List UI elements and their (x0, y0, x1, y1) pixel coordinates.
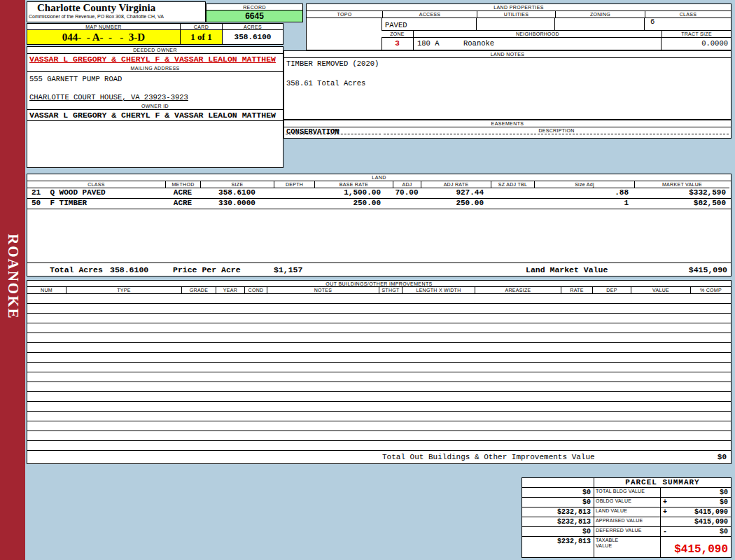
acres-box: ACRES 358.6100 (222, 23, 284, 45)
county-title: Charlotte County Virginia (27, 2, 205, 14)
divider (554, 18, 555, 31)
outbuilding-empty-row (27, 392, 731, 402)
easements-header-row: TYPE DESCRIPTION (284, 127, 731, 139)
outbuilding-empty-row (27, 314, 731, 323)
property-record-card: ROANOKE Charlotte County Virginia Commis… (0, 0, 735, 560)
topo-label: TOPO (307, 11, 382, 18)
zone-header-row: ZONE NEIGHBORHOOD TRACT SIZE (382, 30, 731, 38)
easement-description-label: DESCRIPTION (382, 127, 731, 134)
mailing-address-label: MAILING ADDRESS (27, 65, 283, 72)
access-label: ACCESS (382, 11, 477, 18)
out-buildings-total-value: $0 (718, 453, 727, 461)
summary-value: $0 (720, 498, 728, 507)
tract-size-label: TRACT SIZE (662, 30, 731, 38)
summary-row: $232,813 APPRAISED VALUE $415,090 (522, 517, 731, 526)
outbuilding-empty-row (27, 353, 731, 363)
summary-label: OBLDG VALUE (594, 498, 660, 507)
land-column-header: BASE RATE (314, 181, 393, 188)
land-column-header: ADJ RATE (421, 181, 491, 188)
owner-id-value: VASSAR L GREGORY & CHERYL F & VASSAR LEA… (29, 111, 276, 120)
land-properties-title: LAND PROPERTIES (307, 4, 731, 11)
summary-op: + (663, 507, 667, 517)
land-table-title: LAND (27, 174, 731, 181)
land-table: LAND CLASS METHOD SIZE DEPTH BASE RATE A… (27, 174, 732, 276)
map-number-box: MAP NUMBER 044- - A- - - 3-D (27, 23, 181, 45)
summary-value: $0 (720, 527, 728, 536)
prior-value: $0 (522, 527, 594, 536)
land-cell-method: ACRE (165, 188, 200, 198)
outbuilding-empty-row (27, 421, 731, 431)
prior-value: $0 (522, 498, 594, 507)
ob-column-header: VALUE (631, 287, 690, 294)
card-value: 1 of 1 (180, 29, 223, 45)
ob-column-header: NUM (27, 287, 66, 294)
map-number-value: 044- - A- - - 3-D (27, 29, 181, 45)
owner-box-divider (27, 120, 283, 121)
price-per-acre-label: Price Per Acre (173, 265, 241, 274)
outbuilding-empty-row (27, 441, 731, 451)
class-label: CLASS (645, 11, 731, 18)
access-value: PAVED (385, 21, 407, 29)
tract-size-value: 0.0000 (662, 39, 728, 48)
land-column-header: SZ ADJ TBL (491, 181, 534, 188)
land-market-value: $415,090 (689, 265, 727, 274)
outbuilding-empty-row (27, 382, 731, 392)
neighborhood-name: Roanoke (463, 39, 494, 48)
taxable-value: $415,090 (660, 537, 731, 557)
land-properties-box: LAND PROPERTIES TOPO ACCESS UTILITIES ZO… (306, 4, 732, 50)
deeded-owner-value: VASSAR L GREGORY & CHERYL F & VASSAR LEA… (29, 55, 276, 64)
ob-column-header: DEP (592, 287, 631, 294)
ob-column-header: STHGT (379, 287, 402, 294)
land-cell-size-adj: 1 (534, 199, 634, 209)
summary-row: $0 DEFERRED VALUE -$0 (522, 526, 731, 536)
land-column-header: CLASS (27, 181, 165, 188)
land-notes-box: LAND NOTES TIMBER REMOVED (2020) 358.61 … (284, 50, 732, 120)
summary-row: $0 OBLDG VALUE +$0 (522, 497, 731, 507)
deeded-owner-label: DEEDED OWNER (27, 47, 283, 54)
parcel-summary: PARCEL SUMMARY $0 TOTAL BLDG VALUE $0 $0… (522, 477, 732, 558)
neighborhood-code: 180 A (417, 39, 440, 48)
divider (413, 38, 414, 50)
land-column-header: Size Adj (534, 181, 634, 188)
outbuilding-empty-row (27, 333, 731, 343)
land-column-header: METHOD (165, 181, 200, 188)
outbuilding-empty-row (27, 323, 731, 333)
locality-label: ROANOKE (4, 234, 22, 320)
locality-sidebar: ROANOKE (0, 0, 25, 560)
record-box: RECORD 6645 (206, 4, 303, 22)
out-buildings-rows (27, 294, 731, 451)
outbuilding-empty-row (27, 343, 731, 353)
parcel-summary-title: PARCEL SUMMARY (594, 478, 731, 487)
outbuilding-empty-row (27, 304, 731, 314)
divider (476, 18, 477, 31)
outbuilding-empty-row (27, 412, 731, 421)
owner-id-label: OWNER ID (27, 103, 283, 110)
land-notes-title: LAND NOTES (284, 51, 731, 58)
outbuilding-empty-row (27, 372, 731, 382)
summary-row: $0 TOTAL BLDG VALUE $0 (522, 487, 731, 497)
summary-label: APPRAISED VALUE (594, 517, 660, 526)
ob-column-header: COND (244, 287, 267, 294)
divider (644, 18, 645, 31)
out-buildings-total-row: Total Out Buildings & Other Improvements… (27, 451, 731, 463)
land-cell-base-rate: 1,500.00 (314, 188, 393, 198)
summary-label: TOTAL BLDG VALUE (594, 488, 660, 497)
land-column-header: SIZE (200, 181, 274, 188)
land-table-empty-area (27, 209, 731, 262)
outbuilding-empty-row (27, 431, 731, 441)
prior-value: $232,813 (522, 537, 594, 557)
summary-label: LAND VALUE (594, 507, 660, 517)
easements-title: EASEMENTS (284, 120, 731, 127)
ob-column-header: TYPE (66, 287, 181, 294)
easements-box: EASEMENTS TYPE DESCRIPTION CONSERVATION (284, 120, 732, 139)
land-properties-header-row: TOPO ACCESS UTILITIES ZONING CLASS (307, 11, 731, 18)
land-cell-depth (274, 199, 314, 209)
acres-value: 358.6100 (222, 29, 284, 45)
land-cell-sz-adj-tbl (491, 199, 534, 209)
land-table-header-row: CLASS METHOD SIZE DEPTH BASE RATE ADJ AD… (27, 181, 731, 188)
easement-type-value: CONSERVATION (286, 127, 340, 136)
outbuilding-empty-row (27, 363, 731, 372)
class-value: 6 (650, 18, 654, 26)
ob-column-header: % COMP (690, 287, 731, 294)
ob-column-header: NOTES (267, 287, 379, 294)
